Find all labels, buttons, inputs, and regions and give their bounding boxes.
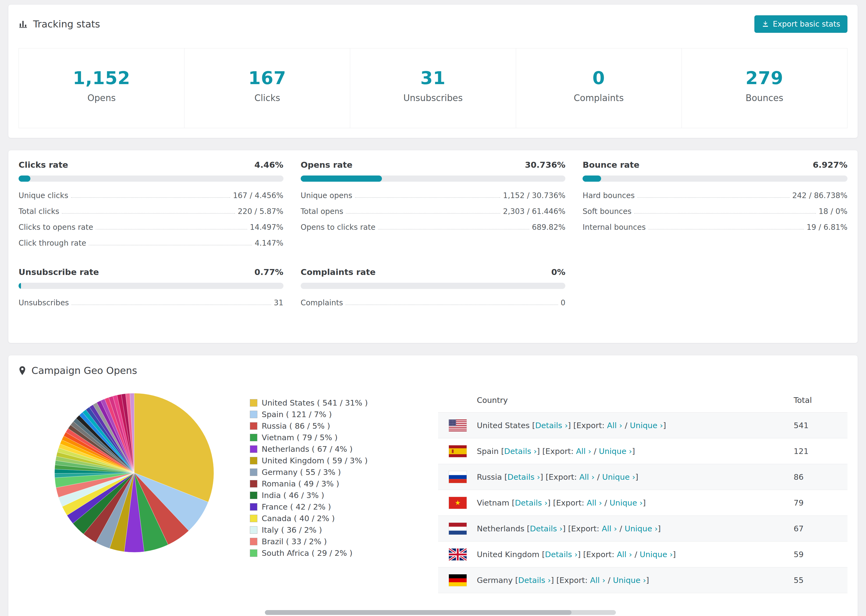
legend-item-united-kingdom: United Kingdom ( 59 / 3% ): [250, 455, 411, 466]
export-unique-link[interactable]: Unique ›: [599, 447, 632, 456]
country-total: 59: [794, 550, 847, 559]
rate-section-unsubscribe-rate: Unsubscribe rate0.77%Unsubscribes31: [19, 267, 283, 311]
stat-label: Soft bounces: [583, 207, 631, 216]
rate-value: 30.736%: [525, 160, 565, 170]
stat-row: Unique clicks167 / 4.456%: [19, 188, 283, 203]
export-all-link[interactable]: All ›: [587, 498, 602, 508]
dotted-leader: [89, 245, 252, 245]
summary-label: Bounces: [685, 93, 844, 103]
details-link[interactable]: Details ›: [518, 576, 551, 585]
export-unique-link[interactable]: Unique ›: [639, 550, 672, 559]
legend-swatch: [250, 457, 257, 464]
country-name: Russia: [477, 473, 502, 482]
export-unique-link[interactable]: Unique ›: [625, 524, 658, 533]
legend-item-united-states: United States ( 541 / 31% ): [250, 397, 411, 409]
legend-swatch: [250, 503, 257, 511]
stat-row: Internal bounces19 / 6.81%: [583, 219, 847, 235]
dotted-leader: [346, 305, 558, 305]
country-total: 86: [794, 473, 847, 482]
legend-swatch: [250, 492, 257, 499]
stat-value: 18 / 0%: [819, 207, 847, 216]
details-link[interactable]: Details ›: [504, 447, 537, 456]
export-unique-link[interactable]: Unique ›: [630, 421, 663, 430]
table-row-united-states: United States [Details ›] [Export: All ›…: [438, 413, 847, 438]
details-link[interactable]: Details ›: [535, 421, 568, 430]
legend-swatch: [250, 422, 257, 430]
dotted-leader: [355, 197, 501, 198]
geo-legend: United States ( 541 / 31% )Spain ( 121 /…: [250, 388, 411, 559]
details-link[interactable]: Details ›: [515, 498, 547, 508]
table-row-united-kingdom: United Kingdom [Details ›] [Export: All …: [438, 542, 847, 567]
legend-item-russia: Russia ( 86 / 5% ): [250, 420, 411, 432]
progress-bar: [583, 176, 847, 182]
bar-chart-icon: [19, 19, 28, 28]
rates-grid: Clicks rate4.46%Unique clicks167 / 4.456…: [19, 160, 847, 311]
rate-section-clicks-rate: Clicks rate4.46%Unique clicks167 / 4.456…: [19, 160, 283, 251]
summary-stat-unsubscribes: 31Unsubscribes: [350, 49, 516, 128]
country-name: Spain: [477, 447, 499, 456]
geo-title: Campaign Geo Opens: [19, 365, 847, 376]
dotted-leader: [72, 305, 271, 305]
progress-bar: [301, 176, 565, 182]
stat-row: Opens to clicks rate689.82%: [301, 219, 565, 235]
progress-bar: [19, 283, 283, 289]
summary-value: 167: [187, 68, 347, 88]
rate-value: 0%: [551, 267, 565, 277]
progress-bar-fill: [19, 176, 30, 182]
progress-bar-fill: [583, 176, 601, 182]
progress-bar: [19, 176, 283, 182]
horizontal-scrollbar-thumb[interactable]: [265, 610, 572, 615]
stat-label: Unsubscribes: [19, 298, 69, 307]
export-all-link[interactable]: All ›: [579, 473, 595, 482]
details-link[interactable]: Details ›: [530, 524, 562, 533]
export-all-link[interactable]: All ›: [590, 576, 605, 585]
table-row-germany: Germany [Details ›] [Export: All › / Uni…: [438, 567, 847, 593]
flag-ru-icon: [449, 471, 467, 483]
legend-label: Russia ( 86 / 5% ): [262, 421, 330, 431]
stat-value: 0: [561, 298, 565, 307]
legend-item-canada: Canada ( 40 / 2% ): [250, 512, 411, 524]
legend-label: Italy ( 36 / 2% ): [262, 525, 322, 534]
summary-value: 1,152: [22, 68, 181, 88]
export-all-link[interactable]: All ›: [607, 421, 622, 430]
legend-label: India ( 46 / 3% ): [262, 491, 324, 500]
details-link[interactable]: Details ›: [507, 473, 540, 482]
summary-value: 279: [685, 68, 844, 88]
flag-us-icon: [449, 420, 467, 431]
stat-value: 14.497%: [250, 223, 283, 232]
dotted-leader: [96, 229, 247, 229]
flag-vn-icon: [449, 497, 467, 509]
export-unique-link[interactable]: Unique ›: [610, 498, 643, 508]
rates-card: Clicks rate4.46%Unique clicks167 / 4.456…: [8, 150, 858, 343]
stat-value: 19 / 6.81%: [806, 223, 847, 232]
legend-label: France ( 42 / 2% ): [262, 502, 331, 511]
legend-label: Romania ( 49 / 3% ): [262, 479, 339, 488]
legend-label: South Africa ( 29 / 2% ): [262, 548, 353, 558]
stat-label: Opens to clicks rate: [301, 223, 375, 232]
export-unique-link[interactable]: Unique ›: [602, 473, 635, 482]
tracking-stats-title-text: Tracking stats: [33, 19, 100, 30]
progress-bar-fill: [19, 283, 21, 289]
export-basic-stats-button[interactable]: Export basic stats: [754, 15, 847, 33]
details-link[interactable]: Details ›: [545, 550, 578, 559]
pie-svg: [54, 392, 215, 553]
country-name: United Kingdom: [477, 550, 540, 559]
export-all-link[interactable]: All ›: [576, 447, 591, 456]
column-header-country: Country: [438, 396, 794, 405]
country-total: 67: [794, 524, 847, 533]
summary-value: 0: [519, 68, 679, 88]
stat-row: Total clicks220 / 5.87%: [19, 203, 283, 219]
stat-row: Click through rate4.147%: [19, 235, 283, 251]
export-unique-link[interactable]: Unique ›: [613, 576, 646, 585]
map-pin-icon: [19, 366, 26, 376]
geo-content: United States ( 541 / 31% )Spain ( 121 /…: [19, 388, 847, 593]
table-row-vietnam: Vietnam [Details ›] [Export: All › / Uni…: [438, 490, 847, 516]
table-row-netherlands: Netherlands [Details ›] [Export: All › /…: [438, 516, 847, 542]
export-all-link[interactable]: All ›: [601, 524, 617, 533]
stat-label: Unique clicks: [19, 191, 68, 200]
flag-gb-icon: [449, 548, 467, 560]
horizontal-scrollbar[interactable]: [265, 610, 616, 615]
export-icon: [762, 20, 769, 28]
rate-title: Complaints rate: [301, 267, 376, 277]
export-all-link[interactable]: All ›: [617, 550, 632, 559]
